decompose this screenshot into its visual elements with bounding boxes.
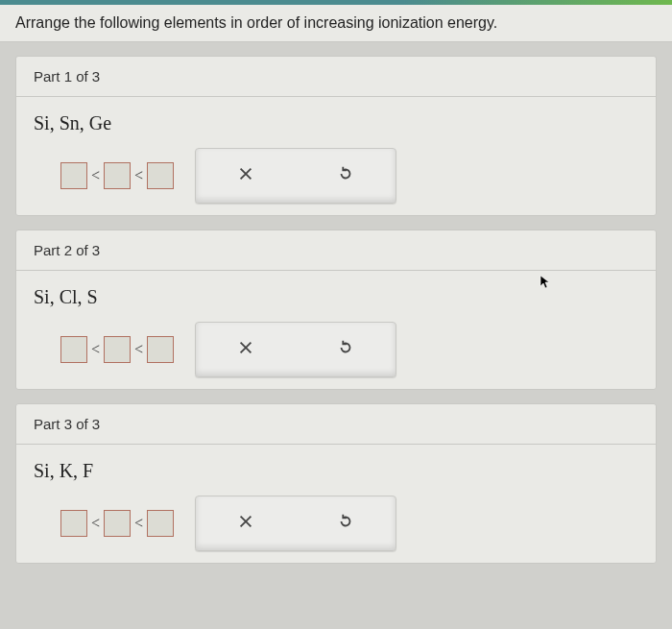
part-card-2: Part 2 of 3 Si, Cl, S < < [15, 230, 657, 390]
less-than: < [134, 515, 143, 532]
undo-icon [337, 339, 354, 360]
answer-slot[interactable] [147, 336, 174, 363]
answer-slot[interactable] [60, 336, 87, 363]
part-card-1: Part 1 of 3 Si, Sn, Ge < < [15, 56, 657, 216]
less-than: < [134, 167, 143, 184]
clear-button[interactable] [231, 161, 260, 190]
close-icon [237, 339, 254, 360]
action-panel [195, 148, 396, 204]
reset-button[interactable] [331, 335, 360, 364]
answer-slot[interactable] [60, 510, 87, 537]
reset-button[interactable] [331, 161, 360, 190]
elements-list: Si, K, F [34, 460, 638, 482]
part-card-3: Part 3 of 3 Si, K, F < < [15, 403, 657, 564]
part-header: Part 3 of 3 [16, 404, 656, 445]
question-text: Arrange the following elements in order … [0, 5, 672, 42]
less-than: < [91, 341, 100, 358]
answer-slot[interactable] [60, 162, 87, 189]
less-than: < [134, 341, 143, 358]
close-icon [237, 513, 254, 534]
elements-list: Si, Sn, Ge [34, 112, 638, 134]
less-than: < [91, 167, 100, 184]
undo-icon [337, 513, 354, 534]
action-panel [195, 496, 396, 551]
answer-slot[interactable] [104, 510, 131, 537]
less-than: < [91, 515, 100, 532]
clear-button[interactable] [231, 335, 260, 364]
answer-slot[interactable] [104, 336, 131, 363]
reset-button[interactable] [331, 509, 360, 538]
answer-slot[interactable] [147, 162, 174, 189]
part-header: Part 1 of 3 [16, 57, 656, 97]
answer-boxes: < < [60, 336, 174, 363]
answer-slot[interactable] [147, 510, 174, 537]
part-header: Part 2 of 3 [16, 230, 656, 271]
action-panel [195, 322, 396, 377]
elements-list: Si, Cl, S [34, 286, 638, 308]
answer-boxes: < < [60, 510, 174, 537]
clear-button[interactable] [231, 509, 260, 538]
undo-icon [337, 165, 354, 186]
answer-boxes: < < [60, 162, 174, 189]
answer-slot[interactable] [104, 162, 131, 189]
close-icon [237, 165, 254, 186]
